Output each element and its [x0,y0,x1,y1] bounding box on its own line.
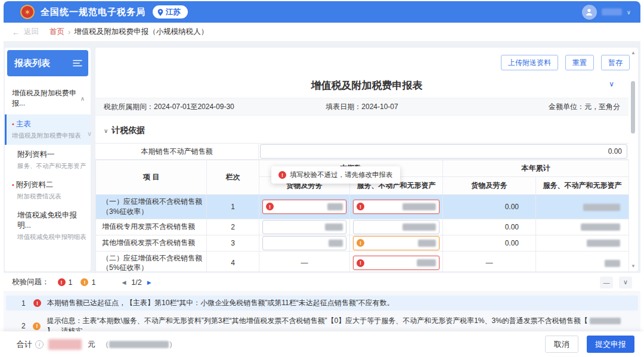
report-list-sidebar: 报表列表 增值税及附加税费申报... ∧ •主表 增值税及附加税费申报表 附列资… [5,48,91,271]
submit-declaration-button[interactable]: 提交申报 [587,336,634,353]
section-tax-basis[interactable]: ∨ 计税依据 [104,125,145,136]
sidebar-item-subtitle: 附加税费情况表 [12,193,86,201]
vertical-scrollbar[interactable]: ▲ ▼ [630,50,637,269]
masked-value [327,203,343,210]
validation-panel-header: 校验问题： !1 !1 ◀ 1/2 ▶ — ∨ [4,273,640,292]
error-icon: ! [33,299,41,307]
ytd-goods-dash: — [443,251,536,275]
table-row: 其他增值税发票不含税销售额 3 ! 0.00 [96,235,629,251]
reset-button[interactable]: 重置 [565,55,594,70]
back-button[interactable]: 返回 [24,27,39,37]
validation-label: 校验问题： [12,277,49,287]
paren-open: （ [101,339,109,350]
required-red-dot: • [12,181,14,188]
masked-value [581,223,620,231]
row-index: 4 [207,251,259,275]
sidebar-item-appendix-1[interactable]: 附列资料一 服务、不动产和无形资产扣.. [5,145,91,175]
info-icon[interactable]: i [35,340,44,349]
cur-goods-input[interactable] [262,236,346,250]
col-header-index: 栏次 [207,160,259,195]
tooltip-text: 填写校验不通过，请先修改申报表 [290,170,393,179]
scroll-down-icon[interactable]: ▼ [630,263,637,269]
sidebar-item-label: 附列资料二 [16,181,54,189]
masked-value [605,260,620,267]
row-label: （二）应征增值税不含税销售额（5%征收率） [96,251,207,275]
sidebar-group-label: 增值税及附加税费申报... [12,88,80,108]
sidebar-item-subtitle: 增值税及附加税费申报表 [12,132,86,140]
page-next-icon[interactable]: ▶ [147,280,151,285]
sidebar-item-main-form[interactable]: •主表 增值税及附加税费申报表 [5,114,91,145]
table-row: （二）应征增值税不含税销售额（5%征收率） 4 — ! — [96,251,629,275]
message-number: 2 [21,322,27,330]
ytd-goods-value: 0.00 [443,235,536,251]
cur-services-input[interactable]: ! [353,200,439,214]
col-header-ytd: 本年累计 [443,160,629,177]
cur-services-input[interactable] [353,220,439,234]
cur-goods-input[interactable] [262,220,346,234]
estate-sales-row: 本期销售不动产销售额 0.00 [95,143,628,160]
top-header-bar: ✶ 全国统一规范电子税务局 江苏 ∨ [4,1,640,23]
region-badge[interactable]: 江苏 [153,5,188,18]
masked-value [417,259,436,266]
page-prev-icon[interactable]: ◀ [122,280,126,285]
user-menu-chevron-down-icon[interactable]: ∨ [627,9,631,15]
cur-services-input[interactable]: ! [353,236,439,250]
validation-pager: ◀ 1/2 ▶ [122,278,151,287]
cur-goods-input[interactable]: ! [262,200,346,214]
sidebar-item-appendix-2[interactable]: •附列资料二 附加税费情况表 [5,175,91,206]
user-avatar[interactable] [582,5,597,20]
tax-bureau-emblem-icon: ✶ [20,5,35,19]
upload-attachments-button[interactable]: 上传附送资料 [501,55,558,70]
sidebar-collapse-chevron-icon[interactable]: ∨ [87,130,92,138]
currency-label: 元 [88,339,95,350]
sidebar-item-tax-reduction[interactable]: 增值税减免税申报明... 增值税减免税申报明细表 [5,206,91,246]
cur-services-input[interactable]: ! [353,256,439,270]
minimize-panel-button[interactable]: — [600,277,613,288]
tax-table: 本期销售不动产销售额 0.00 项 目 栏次 本期数 本年累计 货物及劳务 服务… [95,143,628,275]
form-meta-row: 税款所属期间：2024-07-01至2024-09-30 填表日期：2024-1… [95,98,628,116]
region-label: 江苏 [166,7,181,17]
error-icon: ! [58,278,66,286]
save-draft-button[interactable]: 暂存 [601,55,630,70]
error-count[interactable]: !1 [58,278,73,287]
row-label: 增值税专用发票不含税销售额 [96,219,207,235]
estate-sales-label: 本期销售不动产销售额 [95,144,259,159]
sidebar-group-header[interactable]: 增值税及附加税费申报... ∧ [5,79,91,114]
taxpayer-name-masked [109,341,169,348]
row-label: （一）应征增值税不含税销售额（3%征收率） [96,195,207,219]
row-index: 3 [207,235,259,251]
masked-value [587,240,620,247]
col-header-item: 项 目 [96,160,207,195]
breadcrumb-current: 增值税及附加税费申报（小规模纳税人） [74,27,208,37]
cancel-button[interactable]: 取消 [545,336,578,353]
validation-message[interactable]: 1 ! 本期销售额已达起征点，【主表】第10栏“其中：小微企业免税销售额”或第1… [6,296,638,311]
back-arrow-icon[interactable]: ← [12,27,20,37]
estate-sales-input[interactable]: 0.00 [260,144,627,159]
section-title: 计税依据 [112,125,145,136]
list-filter-icon[interactable] [73,59,82,67]
form-collapse-chevron-icon[interactable]: ∨ [609,80,614,88]
warning-icon: ! [33,322,41,330]
masked-value [402,203,436,210]
scrollbar-thumb[interactable] [631,81,635,134]
masked-value [402,223,436,231]
masked-value [418,240,436,247]
masked-value [583,204,620,211]
sidebar-item-label: 主表 [16,120,31,128]
sidebar-header: 报表列表 [7,50,88,76]
row-index: 2 [207,219,259,235]
total-amount-masked [48,339,82,350]
breadcrumb-home-link[interactable]: 首页 [49,27,64,37]
form-title: 增值税及附加税费申报表 [95,79,638,92]
sidebar-item-subtitle: 服务、不动产和无形资产扣.. [12,162,86,170]
total-label: 合计 [17,339,32,350]
scroll-up-icon[interactable]: ▲ [630,50,637,55]
error-icon: ! [278,171,286,179]
warning-count[interactable]: !1 [80,278,95,287]
sidebar-item-subtitle: 增值税减免税申报明细表 [12,233,86,241]
ytd-goods-value: 0.00 [443,219,536,235]
row-index: 1 [207,195,259,219]
breadcrumb: ← 返回 首页 › 增值税及附加税费申报（小规模纳税人） [4,23,640,42]
collapse-panel-button[interactable]: ∨ [619,277,632,288]
validation-tooltip: ! 填写校验不通过，请先修改申报表 [271,166,400,184]
